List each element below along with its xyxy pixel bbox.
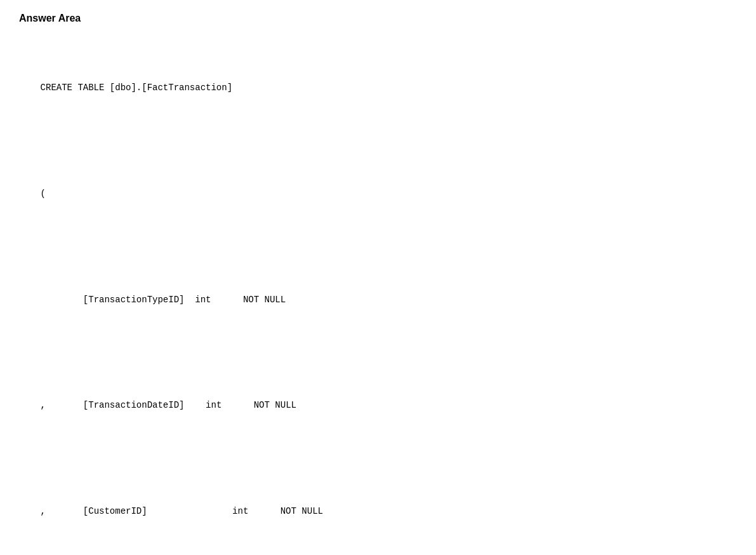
field3-indent bbox=[46, 506, 83, 516]
create-table-line: CREATE TABLE [dbo].[FactTransaction] bbox=[19, 66, 737, 111]
code-block: CREATE TABLE [dbo].[FactTransaction] ( [… bbox=[19, 36, 737, 555]
open-paren-line: ( bbox=[19, 171, 737, 217]
field3-type: int bbox=[232, 506, 248, 516]
field3-space bbox=[147, 506, 232, 516]
field1-indent bbox=[41, 295, 83, 305]
answer-area-title: Answer Area bbox=[19, 13, 737, 24]
field2-null: NOT NULL bbox=[254, 400, 296, 410]
field1-space bbox=[184, 295, 195, 305]
field1-type: int bbox=[195, 295, 211, 305]
field1-null: NOT NULL bbox=[243, 295, 286, 305]
field2-comma: , bbox=[41, 400, 46, 410]
field2-space2 bbox=[222, 400, 253, 410]
field2-name: [TransactionDateID] bbox=[83, 400, 185, 410]
field2-indent bbox=[46, 400, 83, 410]
field1-name: [TransactionTypeID] bbox=[83, 295, 185, 305]
field2-line: , [TransactionDateID] int NOT NULL bbox=[19, 383, 737, 428]
field3-name: [CustomerID] bbox=[83, 506, 147, 516]
field1-space2 bbox=[211, 295, 243, 305]
field2-type: int bbox=[206, 400, 222, 410]
create-table-text: CREATE TABLE [dbo].[FactTransaction] bbox=[41, 83, 232, 93]
field2-space bbox=[184, 400, 206, 410]
field3-space2 bbox=[248, 506, 280, 516]
field3-null: NOT NULL bbox=[281, 506, 323, 516]
field3-comma: , bbox=[41, 506, 46, 516]
open-paren-text: ( bbox=[41, 189, 46, 199]
field3-line: , [CustomerID] int NOT NULL bbox=[19, 489, 737, 534]
field1-line: [TransactionTypeID] int NOT NULL bbox=[19, 278, 737, 323]
